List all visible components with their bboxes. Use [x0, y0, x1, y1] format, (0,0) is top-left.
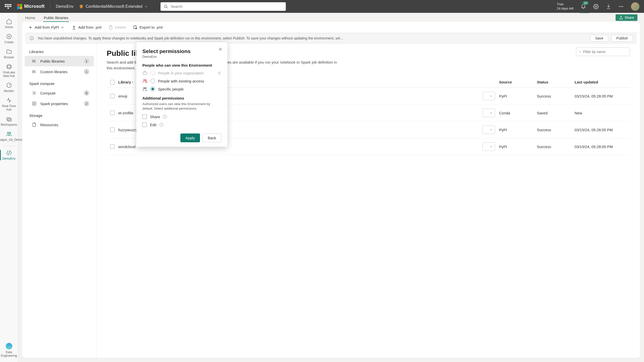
version-dropdown[interactable]: [482, 142, 495, 151]
workspaces-icon: [6, 116, 12, 122]
save-button[interactable]: Save: [590, 35, 608, 41]
[interactable]: Status: [537, 80, 575, 84]
modal-subtitle: DemoEnv: [142, 55, 221, 59]
edit-checkbox[interactable]: [142, 122, 147, 127]
select-all-checkbox[interactable]: [110, 80, 115, 84]
count-badge: 2: [84, 101, 89, 106]
search-input[interactable]: [171, 4, 283, 9]
notification-badge: 43: [583, 1, 589, 5]
search-icon: [579, 50, 581, 54]
radio-specific[interactable]: [150, 87, 155, 91]
col-updated[interactable]: Last updated: [575, 80, 630, 84]
perm-share-checkbox-row[interactable]: Share i: [142, 114, 221, 119]
toolbar: Add from PyPI Add from .yml Delete Expor…: [22, 22, 640, 33]
add-from-pypi-button[interactable]: Add from PyPI: [28, 25, 65, 30]
tab-home[interactable]: Home: [25, 16, 36, 22]
sidebar-item-spark-properties[interactable]: Spark properties 2: [25, 98, 94, 109]
version-dropdown[interactable]: [482, 125, 495, 134]
filter-input-wrap[interactable]: [576, 48, 630, 56]
perm-option-org: People in your organization: [142, 70, 221, 75]
tab-public-libraries[interactable]: Public libraries: [43, 16, 69, 22]
count-badge: 6: [84, 90, 89, 96]
rail-data-engineering[interactable]: Data Engineering: [0, 341, 18, 362]
library-icon: [32, 59, 37, 64]
row-checkbox[interactable]: [110, 127, 115, 132]
sidebar-item-resources[interactable]: Resources: [25, 120, 94, 130]
perm-edit-checkbox-row[interactable]: Edit i: [142, 122, 221, 127]
col-source[interactable]: Source: [499, 80, 537, 84]
rail-workspaces[interactable]: Workspaces: [0, 114, 18, 128]
rail-home[interactable]: Home: [0, 16, 18, 31]
apply-button[interactable]: Apply: [180, 133, 200, 142]
trash-icon: [108, 25, 113, 30]
svg-rect-10: [8, 119, 11, 121]
permissions-modal: Select permissions DemoEnv People who ca…: [136, 42, 227, 147]
share-button[interactable]: Share: [616, 14, 637, 21]
rail-monitor[interactable]: Monitor: [0, 80, 18, 95]
filter-input[interactable]: [583, 50, 627, 54]
row-checkbox[interactable]: [110, 144, 115, 149]
people-lock-icon: [142, 78, 147, 83]
sort-arrow-icon: ↑: [132, 80, 134, 84]
create-icon: [6, 33, 12, 39]
version-dropdown[interactable]: [482, 109, 495, 117]
rail-realtime[interactable]: Real-Time hub: [0, 95, 18, 113]
row-checkbox[interactable]: [110, 94, 115, 98]
app-launcher-icon[interactable]: [5, 3, 12, 10]
svg-point-23: [143, 87, 145, 89]
rail-onelake[interactable]: OneLake data hub: [0, 62, 18, 80]
svg-rect-22: [145, 81, 147, 83]
perm-option-specific[interactable]: Specific people: [142, 86, 221, 92]
publish-button[interactable]: Publish: [612, 35, 633, 41]
modal-section-view: People who can view this Environment: [142, 63, 221, 67]
export-yml-button[interactable]: Export to .yml: [133, 25, 163, 30]
chevron-down-icon: [489, 94, 493, 98]
rail-create[interactable]: Create: [0, 31, 18, 46]
group-spark: Spark compute: [22, 81, 96, 88]
rail-shuaijun[interactable]: Shuaijun_Git_Demo: [0, 129, 18, 144]
share-checkbox[interactable]: [142, 114, 147, 119]
back-button[interactable]: Back: [203, 133, 221, 142]
notifications-button[interactable]: 43: [581, 3, 586, 10]
close-icon[interactable]: [218, 47, 223, 52]
svg-point-24: [145, 87, 146, 89]
info-bar: You have unpublished changes. To apply t…: [26, 33, 636, 43]
svg-point-12: [9, 132, 11, 134]
modal-title: Select permissions: [142, 48, 221, 54]
rail-browse[interactable]: Browse: [0, 47, 18, 61]
row-checkbox[interactable]: [110, 111, 115, 115]
left-rail: Home Create Browse OneLake data hub Moni…: [0, 13, 18, 362]
info-icon[interactable]: i: [159, 123, 163, 127]
svg-point-3: [621, 6, 622, 7]
sidebar-item-custom-libraries[interactable]: Custom libraries 1: [25, 66, 94, 77]
avatar[interactable]: [631, 2, 639, 11]
radio-existing[interactable]: [150, 79, 155, 83]
more-icon[interactable]: [618, 4, 624, 9]
environment-name[interactable]: DemoEnv: [56, 4, 73, 9]
classification-dropdown[interactable]: Confidential\Microsoft Extended: [79, 4, 148, 9]
trial-status[interactable]: Trial: 24 days left: [557, 2, 574, 11]
delete-button[interactable]: Delete: [108, 25, 126, 30]
add-from-yml-button[interactable]: Add from .yml: [72, 25, 102, 30]
sidebar-item-compute[interactable]: Compute 6: [25, 88, 94, 98]
library-icon: [32, 69, 37, 74]
rail-demoenv[interactable]: DemoEnv: [0, 148, 18, 162]
perm-option-existing[interactable]: People with existing access: [142, 78, 221, 83]
share-icon: [619, 16, 623, 20]
chevron-down-icon[interactable]: [60, 25, 65, 30]
realtime-icon: [6, 97, 12, 103]
modal-section-additional: Additional permissions: [142, 96, 221, 100]
search-bar[interactable]: [160, 2, 286, 11]
download-icon[interactable]: [606, 4, 611, 9]
plus-icon: [28, 25, 33, 30]
side-panel: Libraries Public libraries 1 Custom libr…: [22, 43, 97, 358]
top-right: Trial: 24 days left 43: [557, 2, 640, 11]
svg-point-2: [619, 6, 620, 7]
info-icon: [29, 36, 34, 40]
settings-icon[interactable]: [593, 4, 599, 9]
version-dropdown[interactable]: [482, 92, 495, 100]
info-icon[interactable]: i: [163, 115, 167, 119]
rail-separator: [4, 146, 15, 146]
export-icon: [133, 25, 138, 30]
sidebar-item-public-libraries[interactable]: Public libraries 1: [25, 56, 94, 66]
